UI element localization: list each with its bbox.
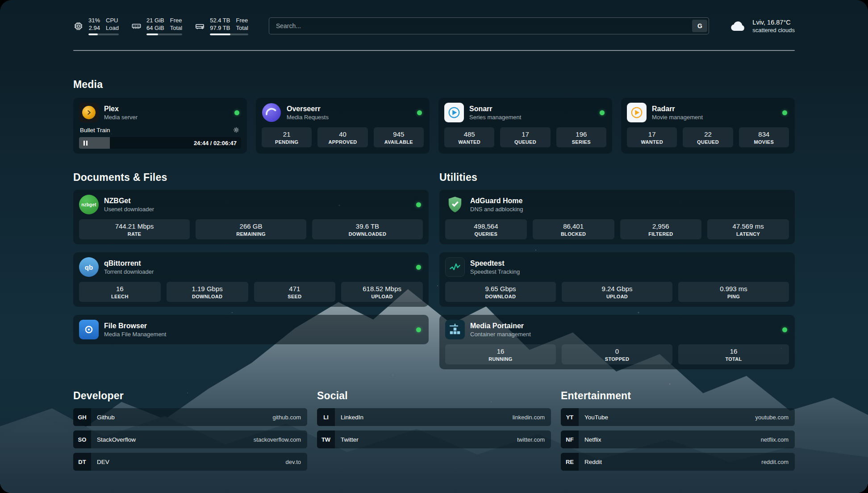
card-speedtest[interactable]: Speedtest Speedtest Tracking 9.65 Gbps D… (439, 252, 795, 307)
bookmark-url: dev.to (286, 459, 301, 465)
cpu-metric-body: 31% 2.94 CPU Load (88, 17, 119, 35)
status-online-dot (416, 202, 421, 207)
search-engine-button[interactable]: G (692, 20, 707, 32)
pause-icon[interactable] (83, 141, 88, 146)
stat-upload: 9.24 Gbps UPLOAD (562, 282, 672, 302)
weather-widget[interactable]: Lviv, 16.87°C scattered clouds (730, 18, 795, 34)
stat-queries: 498,564 QUERIES (445, 219, 527, 239)
section-title-utilities: Utilities (439, 171, 795, 184)
card-nzbget[interactable]: nzbget NZBGet Usenet downloader 744.21 M… (73, 190, 429, 244)
speedtest-icon (445, 257, 465, 277)
stat-wanted: 17 WANTED (627, 127, 677, 147)
disk-progress-bar (210, 33, 248, 35)
section-title-social: Social (317, 390, 551, 402)
app-name: Speedtest (470, 259, 520, 268)
card-sonarr[interactable]: Sonarr Series management 485 WANTED 17 Q… (438, 98, 612, 154)
stat-seed: 471 SEED (254, 282, 336, 302)
app-subtitle: Usenet downloader (104, 205, 154, 213)
stat-download: 1.19 Gbps DOWNLOAD (167, 282, 248, 302)
adguard-icon (445, 195, 465, 214)
stat-filtered: 2,956 FILTERED (620, 219, 702, 239)
stat-downloaded: 39.6 TB DOWNLOADED (312, 219, 423, 239)
system-metrics: 31% 2.94 CPU Load (73, 17, 248, 35)
card-filebrowser[interactable]: File Browser Media File Management (73, 315, 429, 344)
disk-metric-body: 52.4 TB 97.9 TB Free Total (210, 17, 248, 35)
ram-icon (131, 21, 142, 31)
now-playing-title: Bullet Train (80, 127, 110, 134)
bookmark-name: LinkedIn (341, 414, 363, 421)
bookmark-stackoverflow[interactable]: SO StackOverflow stackoverflow.com (73, 430, 307, 448)
qbittorrent-icon: qb (79, 257, 99, 277)
app-subtitle: Torrent downloader (104, 268, 154, 276)
card-overseerr[interactable]: Overseerr Media Requests 21 PENDING 40 A… (256, 98, 430, 154)
disk-progress-fill (210, 33, 230, 35)
card-portainer[interactable]: Media Portainer Container management 16 … (439, 315, 795, 369)
media-grid: Plex Media server Bullet Train (73, 98, 795, 154)
bookmark-name: Netflix (584, 436, 601, 443)
bookmark-github[interactable]: GH Github github.com (73, 408, 307, 426)
app-subtitle: Series management (469, 113, 521, 121)
app-name: Overseerr (287, 104, 329, 113)
card-qbittorrent[interactable]: qb qBittorrent Torrent downloader 16 LEE… (73, 252, 429, 307)
middle-columns: Documents & Files nzbget NZBGet Usenet d… (73, 171, 795, 369)
cpu-metric: 31% 2.94 CPU Load (73, 17, 119, 35)
cpu-progress-bar (88, 33, 119, 35)
bookmark-dev[interactable]: DT DEV dev.to (73, 453, 307, 471)
stat-stopped: 0 STOPPED (562, 344, 672, 364)
bookmark-url: youtube.com (755, 414, 789, 421)
entertainment-column: Entertainment YT YouTube youtube.com NF … (561, 390, 795, 475)
app-name: NZBGet (104, 196, 154, 205)
card-radarr[interactable]: Radarr Movie management 17 WANTED 22 QUE… (621, 98, 795, 154)
search-input[interactable] (271, 19, 692, 33)
dashboard: 31% 2.94 CPU Load (0, 0, 868, 493)
disk-icon (195, 21, 205, 31)
bookmark-youtube[interactable]: YT YouTube youtube.com (561, 408, 795, 426)
bookmark-twitter[interactable]: TW Twitter twitter.com (317, 430, 551, 448)
stat-available: 945 AVAILABLE (374, 127, 424, 147)
bookmark-url: netflix.com (761, 436, 789, 443)
section-title-entertainment: Entertainment (561, 390, 795, 402)
disk-free-value: 52.4 TB (210, 17, 230, 24)
stat-remaining: 266 GB REMAINING (196, 219, 306, 239)
sonarr-icon (444, 103, 464, 122)
bookmark-name: Twitter (341, 436, 359, 443)
bookmark-url: github.com (272, 414, 301, 421)
ram-free-value: 21 GiB (146, 17, 164, 24)
cloud-icon (730, 20, 747, 32)
cpu-icon (73, 21, 83, 31)
top-bar: 31% 2.94 CPU Load (73, 12, 795, 40)
nzbget-icon: nzbget (79, 195, 99, 214)
bookmark-linkedin[interactable]: LI LinkedIn linkedin.com (317, 408, 551, 426)
bookmark-name: YouTube (584, 414, 608, 421)
stackoverflow-icon: SO (73, 430, 91, 448)
utilities-column: Utilities (439, 171, 795, 369)
portainer-icon (445, 320, 465, 339)
status-online-dot (600, 110, 605, 115)
playback-time: 24:44 / 02:06:47 (194, 140, 237, 146)
plex-icon (79, 103, 99, 122)
plex-seek-bar[interactable]: 24:44 / 02:06:47 (79, 137, 241, 149)
stat-queued: 22 QUEUED (683, 127, 733, 147)
stat-total: 16 TOTAL (678, 344, 789, 364)
weather-location: Lviv, 16.87°C (752, 18, 795, 26)
bookmark-netflix[interactable]: NF Netflix netflix.com (561, 430, 795, 448)
search-bar[interactable]: G (269, 17, 709, 34)
ram-total-label: Total (170, 25, 182, 32)
disk-total-value: 97.9 TB (210, 25, 230, 32)
stat-download: 9.65 Gbps DOWNLOAD (445, 282, 556, 302)
ram-metric-body: 21 GiB 64 GiB Free Total (146, 17, 182, 35)
app-subtitle: Media server (104, 113, 138, 121)
netflix-icon: NF (561, 430, 579, 448)
app-subtitle: Media Requests (287, 113, 329, 121)
bookmark-name: Github (97, 414, 115, 421)
disk-total-label: Total (236, 25, 248, 32)
bookmark-name: StackOverflow (97, 436, 136, 443)
bookmark-reddit[interactable]: RE Reddit reddit.com (561, 453, 795, 471)
gear-icon[interactable] (232, 126, 240, 134)
disk-free-label: Free (236, 17, 248, 24)
stat-approved: 40 APPROVED (317, 127, 367, 147)
card-plex[interactable]: Plex Media server Bullet Train (73, 98, 247, 154)
card-adguard[interactable]: AdGuard Home DNS and adblocking 498,564 … (439, 190, 795, 244)
ram-progress-fill (146, 33, 158, 35)
bookmark-url: reddit.com (761, 459, 789, 465)
